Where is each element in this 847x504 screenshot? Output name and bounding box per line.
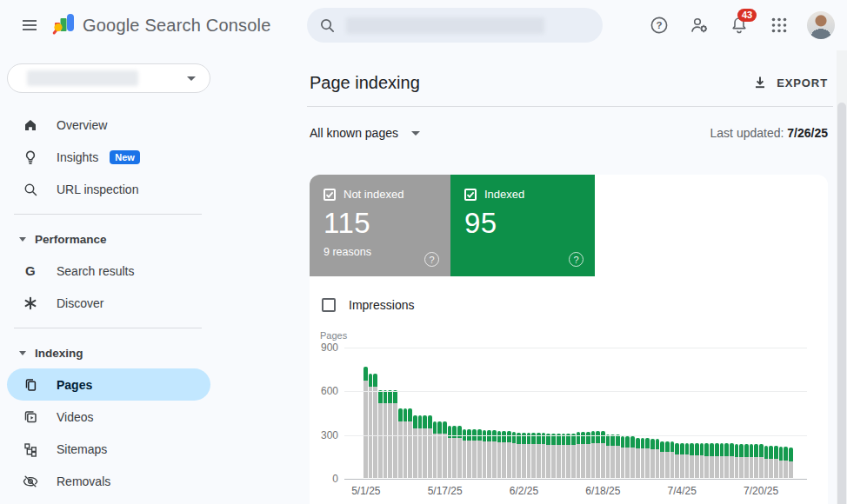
chart-bar[interactable] [601,431,605,479]
chart-bar[interactable] [636,438,640,478]
checkbox-checked-icon[interactable] [464,189,477,201]
help-icon[interactable]: ? [424,252,439,267]
chart-bar[interactable] [517,433,521,479]
export-button[interactable]: EXPORT [753,76,828,90]
chart-bar[interactable] [685,443,690,478]
chart-bar[interactable] [369,374,373,478]
property-selector[interactable] [7,63,210,93]
chart-bar[interactable] [443,421,447,478]
chart-bar[interactable] [690,443,694,478]
chart-bar[interactable] [739,444,744,478]
chart-bar[interactable] [784,447,788,478]
chart-bar[interactable] [610,434,615,478]
chart-bar[interactable] [759,444,764,478]
chart-bar[interactable] [383,390,388,478]
google-apps-button[interactable] [762,8,797,43]
chart-bar[interactable] [630,436,635,478]
chart-bar[interactable] [423,415,427,478]
chart-bar[interactable] [566,434,570,478]
indexed-card[interactable]: Indexed 95 ? [450,175,595,276]
not-indexed-card[interactable]: Not indexed 115 9 reasons ? [310,175,450,276]
help-button[interactable]: ? [642,8,677,43]
chart-bar[interactable] [645,438,650,478]
chart-bar[interactable] [720,443,724,478]
chart-bar[interactable] [562,434,566,478]
search-console-logo[interactable] [52,11,76,39]
vertical-scrollbar[interactable] [837,50,847,504]
chart-bar[interactable] [596,431,600,479]
notifications-button[interactable]: 43 [722,8,757,43]
chart-bar[interactable] [586,432,590,478]
chart-bar[interactable] [650,439,655,478]
sidebar-item-url-inspection[interactable]: URL inspection [7,173,210,205]
chart-bar[interactable] [764,446,769,478]
chart-bar[interactable] [754,444,758,478]
chart-bar[interactable] [413,415,417,478]
chart-bar[interactable] [581,432,585,478]
chart-bar[interactable] [502,431,506,478]
chart-bar[interactable] [512,432,517,478]
sidebar-item-videos[interactable]: Videos [7,401,210,433]
chart-bar[interactable] [373,374,377,478]
chart-bar[interactable] [542,433,546,478]
chart-bar[interactable] [408,408,412,478]
chart-bar[interactable] [531,433,536,478]
chart-bar[interactable] [779,447,784,478]
chart-bar[interactable] [744,444,749,478]
chart-bar[interactable] [695,443,699,478]
chart-bar[interactable] [487,430,491,478]
chart-bar[interactable] [616,434,620,478]
chart-bar[interactable] [704,443,709,478]
chart-bar[interactable] [483,430,487,478]
chart-bar[interactable] [750,444,754,478]
sidebar-item-pages[interactable]: Pages [7,368,210,401]
chart-bar[interactable] [625,436,630,478]
sidebar-item-search-results[interactable]: G Search results [7,255,210,287]
chart-bar[interactable] [363,367,368,478]
chart-bar[interactable] [378,390,383,478]
chart-bar[interactable] [403,408,408,478]
chart-bar[interactable] [537,433,541,478]
chart-bar[interactable] [437,421,442,478]
chart-bar[interactable] [675,443,679,478]
sidebar-item-discover[interactable]: Discover [7,287,210,319]
chart-bar[interactable] [492,430,497,478]
sidebar-item-overview[interactable]: Overview [7,109,210,141]
chart-bar[interactable] [606,434,610,478]
chart-bar[interactable] [769,446,773,478]
chart-bar[interactable] [724,443,729,478]
section-indexing[interactable]: Indexing [0,337,296,368]
chart-bar[interactable] [448,426,452,478]
chart-bar[interactable] [433,421,437,478]
chart-bar[interactable] [472,429,477,478]
scrollbar-thumb[interactable] [837,103,846,504]
sidebar-item-removals[interactable]: Removals [7,465,210,497]
help-icon[interactable]: ? [569,252,584,267]
chart-bar[interactable] [571,434,576,478]
sidebar-item-sitemaps[interactable]: Sitemaps [7,433,210,465]
chart-bar[interactable] [467,429,471,478]
section-performance[interactable]: Performance [0,223,296,255]
menu-button[interactable] [12,8,47,43]
chart-bar[interactable] [393,390,397,478]
chart-bar[interactable] [660,441,664,478]
search-input[interactable] [307,8,603,43]
chart-bar[interactable] [546,434,550,478]
chart-bar[interactable] [715,443,719,478]
chart-bar[interactable] [477,429,482,478]
chart-bar[interactable] [398,408,403,478]
chart-bar[interactable] [730,443,734,478]
chart-bar[interactable] [700,443,704,478]
chart-bar[interactable] [680,443,684,478]
chart-bar[interactable] [591,431,596,479]
chart-bar[interactable] [507,431,511,478]
account-avatar[interactable] [807,11,835,39]
user-settings-button[interactable] [682,8,717,43]
chart-bar[interactable] [551,434,556,478]
chart-bar[interactable] [463,429,467,478]
chart-bar[interactable] [457,426,462,478]
chart-bar[interactable] [656,439,660,478]
impressions-checkbox[interactable] [322,298,336,312]
chart-bar[interactable] [621,436,625,478]
chart-bar[interactable] [428,415,432,478]
